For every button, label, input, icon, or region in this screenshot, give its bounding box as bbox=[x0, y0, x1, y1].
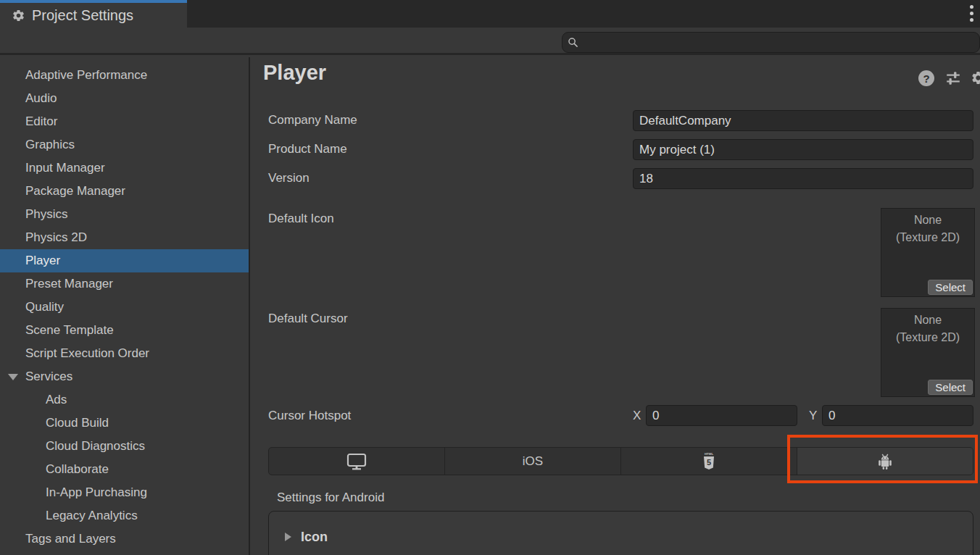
sidebar-item-label: Services bbox=[25, 370, 72, 384]
texture-none-value: None bbox=[881, 312, 974, 329]
page-title: Player bbox=[263, 61, 326, 85]
product-name-field[interactable] bbox=[633, 139, 973, 160]
tab-android[interactable] bbox=[797, 448, 973, 475]
settings-category-list: Adaptive Performance Audio Editor Graphi… bbox=[0, 57, 250, 555]
sidebar-item-scene-template[interactable]: Scene Template bbox=[0, 319, 249, 342]
hotspot-x-field[interactable] bbox=[646, 405, 797, 426]
sidebar-item-package-manager[interactable]: Package Manager bbox=[0, 180, 249, 203]
unity-project-settings-window: { "window": { "tab_title": "Project Sett… bbox=[0, 0, 980, 555]
monitor-icon bbox=[346, 453, 367, 470]
settings-toolbar bbox=[0, 28, 980, 55]
project-settings-tab[interactable]: Project Settings bbox=[0, 0, 187, 28]
sidebar-item-player[interactable]: Player bbox=[0, 249, 249, 272]
product-name-label: Product Name bbox=[268, 142, 347, 157]
settings-for-platform-header: Settings for Android bbox=[277, 491, 384, 505]
svg-text:5: 5 bbox=[707, 458, 711, 467]
default-cursor-select-button[interactable]: Select bbox=[928, 380, 973, 395]
icon-foldout-label: Icon bbox=[301, 530, 328, 545]
default-icon-label: Default Icon bbox=[268, 212, 334, 226]
sidebar-item-tags-and-layers[interactable]: Tags and Layers bbox=[0, 527, 249, 551]
default-icon-select-button[interactable]: Select bbox=[928, 280, 973, 295]
sidebar-item-ads[interactable]: Ads bbox=[0, 388, 249, 412]
sidebar-item-preset-manager[interactable]: Preset Manager bbox=[0, 272, 249, 296]
sidebar-item-legacy-analytics[interactable]: Legacy Analytics bbox=[0, 504, 249, 527]
hotspot-y-field[interactable] bbox=[822, 405, 973, 426]
android-icon bbox=[876, 453, 894, 470]
sidebar-item-editor[interactable]: Editor bbox=[0, 110, 249, 133]
cursor-hotspot-label: Cursor Hotspot bbox=[268, 409, 351, 423]
sidebar-item-services[interactable]: Services bbox=[0, 365, 249, 388]
texture-none-value: None bbox=[881, 212, 974, 229]
tab-webgl[interactable]: HTML 5 bbox=[621, 448, 797, 475]
sidebar-item-cloud-diagnostics[interactable]: Cloud Diagnostics bbox=[0, 435, 249, 458]
platform-tab-bar: iOS HTML 5 bbox=[268, 447, 973, 475]
version-label: Version bbox=[268, 171, 310, 185]
sidebar-item-cloud-build[interactable]: Cloud Build bbox=[0, 412, 249, 435]
icon-foldout-header[interactable]: Icon bbox=[268, 511, 973, 555]
hotspot-x-label: X bbox=[633, 409, 641, 423]
player-settings-panel: Player ? Company Name Product Name Versi… bbox=[250, 57, 980, 555]
tab-ios[interactable]: iOS bbox=[445, 448, 621, 475]
default-cursor-texture-field[interactable]: None (Texture 2D) Select bbox=[881, 308, 975, 397]
window-title: Project Settings bbox=[32, 7, 133, 24]
sidebar-item-collaborate[interactable]: Collaborate bbox=[0, 458, 249, 481]
sidebar-item-physics-2d[interactable]: Physics 2D bbox=[0, 226, 249, 249]
tab-standalone[interactable] bbox=[269, 448, 445, 475]
sidebar-item-audio[interactable]: Audio bbox=[0, 87, 249, 110]
ios-tab-label: iOS bbox=[523, 454, 543, 469]
company-name-label: Company Name bbox=[268, 113, 357, 128]
gear-icon bbox=[12, 9, 25, 22]
texture-type-value: (Texture 2D) bbox=[881, 329, 974, 346]
sidebar-item-input-manager[interactable]: Input Manager bbox=[0, 157, 249, 180]
window-tab-strip: Project Settings bbox=[0, 0, 980, 28]
hotspot-y-label: Y bbox=[809, 409, 817, 423]
html5-icon: HTML 5 bbox=[702, 451, 716, 472]
sidebar-item-script-execution-order[interactable]: Script Execution Order bbox=[0, 342, 249, 365]
sidebar-item-adaptive-performance[interactable]: Adaptive Performance bbox=[0, 64, 249, 87]
svg-text:HTML: HTML bbox=[705, 451, 714, 455]
gear-icon[interactable] bbox=[971, 70, 980, 88]
version-field[interactable] bbox=[633, 168, 973, 189]
sidebar-item-quality[interactable]: Quality bbox=[0, 296, 249, 319]
foldout-collapsed-icon bbox=[285, 533, 291, 541]
sidebar-item-in-app-purchasing[interactable]: In-App Purchasing bbox=[0, 481, 249, 504]
search-input[interactable] bbox=[578, 36, 979, 49]
sidebar-item-textmesh-pro[interactable]: TextMesh Pro bbox=[0, 551, 249, 555]
company-name-field[interactable] bbox=[633, 110, 973, 131]
sidebar-item-graphics[interactable]: Graphics bbox=[0, 133, 249, 157]
texture-type-value: (Texture 2D) bbox=[881, 229, 974, 246]
presets-icon[interactable] bbox=[945, 71, 961, 88]
help-icon[interactable]: ? bbox=[918, 70, 934, 86]
default-icon-texture-field[interactable]: None (Texture 2D) Select bbox=[881, 208, 975, 297]
search-icon bbox=[568, 37, 578, 48]
sidebar-item-physics[interactable]: Physics bbox=[0, 203, 249, 226]
search-bar[interactable] bbox=[562, 32, 980, 53]
foldout-expanded-icon[interactable] bbox=[8, 374, 18, 380]
default-cursor-label: Default Cursor bbox=[268, 312, 348, 326]
kebab-menu-icon[interactable] bbox=[965, 5, 978, 24]
